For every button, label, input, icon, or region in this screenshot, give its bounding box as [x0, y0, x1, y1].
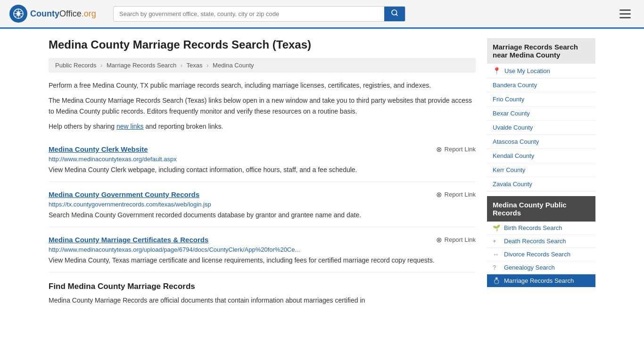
result-url-2[interactable]: https://tx.countygovernmentrecords.com/t… [49, 201, 476, 208]
sidebar-county-item: Bexar County [487, 107, 595, 121]
sidebar-county-item: Atascosa County [487, 135, 595, 149]
result-url-3[interactable]: http://www.medinacountytexas.org/upload/… [49, 246, 476, 253]
section-heading: Find Medina County Marriage Records [49, 282, 476, 291]
sidebar-pr-item: ?Genealogy Search [487, 261, 595, 274]
site-header: CountyOffice.org [0, 0, 644, 29]
result-title-1[interactable]: Medina County Clerk Website [49, 145, 148, 153]
content-area: Medina County Marriage Records Search (T… [49, 38, 476, 310]
page-title: Medina County Marriage Records Search (T… [49, 38, 476, 51]
sidebar-use-location[interactable]: 📍 Use My Location [487, 64, 595, 78]
report-icon-3: ⊗ [436, 236, 442, 244]
use-my-location-link[interactable]: Use My Location [504, 67, 550, 74]
result-desc-1: View Medina County Clerk webpage, includ… [49, 165, 476, 175]
search-bar[interactable] [113, 6, 405, 22]
result-item-3: Medina County Marriage Certificates & Re… [49, 227, 476, 272]
sidebar-public-records-title: Medina County Public Records [493, 201, 567, 217]
sidebar-county-item: Kerr County [487, 163, 595, 177]
breadcrumb-current: Medina County [213, 62, 254, 69]
report-icon-2: ⊗ [436, 190, 442, 199]
report-link-3[interactable]: ⊗ Report Link [436, 236, 476, 244]
sidebar-county-item: Zavala County [487, 177, 595, 191]
sidebar-pr-item: 🌱Birth Records Search [487, 222, 595, 235]
sidebar-county-item: Frio County [487, 92, 595, 107]
sidebar-county-link[interactable]: Kerr County [493, 166, 525, 173]
search-input[interactable] [114, 7, 384, 21]
sidebar-county-link[interactable]: Frio County [493, 96, 524, 103]
result-desc-2: Search Medina County Government recorded… [49, 210, 476, 220]
pr-link[interactable]: Birth Records Search [504, 224, 562, 231]
pr-icon: + [493, 238, 500, 245]
report-link-2[interactable]: ⊗ Report Link [436, 190, 476, 199]
logo[interactable]: CountyOffice.org [9, 5, 104, 23]
pr-link[interactable]: Marriage Records Search [504, 277, 574, 284]
result-title-3[interactable]: Medina County Marriage Certificates & Re… [49, 236, 208, 244]
pr-icon: ↔ [493, 251, 500, 258]
description-3: Help others by sharing new links and rep… [49, 121, 476, 132]
sidebar: Marriage Records Search near Medina Coun… [487, 38, 595, 310]
sidebar-pr-item: 💍Marriage Records Search [487, 274, 595, 288]
sidebar-pr-item: ↔Divorce Records Search [487, 248, 595, 261]
logo-icon [9, 5, 27, 23]
pr-icon: 🌱 [493, 224, 500, 231]
sidebar-county-item: Bandera County [487, 78, 595, 92]
pr-link[interactable]: Genealogy Search [504, 264, 555, 271]
breadcrumb-public-records[interactable]: Public Records [55, 62, 96, 69]
sidebar-pr-item: +Death Records Search [487, 235, 595, 248]
sidebar-county-link[interactable]: Zavala County [493, 181, 532, 188]
report-icon-1: ⊗ [436, 145, 442, 154]
sidebar-county-link[interactable]: Atascosa County [493, 138, 539, 145]
description-1: Perform a free Medina County, TX public … [49, 80, 476, 90]
pr-link[interactable]: Death Records Search [504, 238, 566, 245]
sidebar-county-link[interactable]: Bandera County [493, 82, 537, 89]
menu-icon[interactable] [616, 6, 635, 22]
pr-link[interactable]: Divorce Records Search [504, 251, 570, 258]
pr-icon: ? [493, 264, 500, 271]
report-link-1[interactable]: ⊗ Report Link [436, 145, 476, 154]
result-item-1: Medina County Clerk Website ⊗ Report Lin… [49, 137, 476, 182]
sidebar-county-item: Uvalde County [487, 121, 595, 135]
result-url-1[interactable]: http://www.medinacountytexas.org/default… [49, 156, 476, 163]
sidebar-nearby-section: Marriage Records Search near Medina Coun… [487, 38, 595, 191]
breadcrumb-texas[interactable]: Texas [187, 62, 203, 69]
sidebar-county-item: Kendall County [487, 149, 595, 163]
breadcrumb: Public Records › Marriage Records Search… [49, 58, 476, 73]
breadcrumb-marriage-records[interactable]: Marriage Records Search [107, 62, 176, 69]
sidebar-county-link[interactable]: Bexar County [493, 110, 530, 117]
section-desc: Medina County Marriage Records are offic… [49, 295, 476, 305]
pr-icon: 💍 [493, 277, 500, 284]
result-item-2: Medina County Government County Records … [49, 182, 476, 227]
logo-text: CountyOffice.org [30, 9, 96, 19]
search-button[interactable] [384, 7, 405, 21]
main-container: Medina County Marriage Records Search (T… [39, 29, 605, 320]
result-desc-3: View Medina County, Texas marriage certi… [49, 255, 476, 265]
description-2: The Medina County Marriage Records Searc… [49, 95, 476, 116]
result-title-2[interactable]: Medina County Government County Records [49, 190, 199, 198]
sidebar-nearby-title: Marriage Records Search near Medina Coun… [487, 38, 595, 64]
sidebar-public-records-section: Medina County Public Records 🌱Birth Reco… [487, 196, 595, 288]
sidebar-county-link[interactable]: Kendall County [493, 152, 534, 159]
location-icon: 📍 [493, 67, 501, 74]
nearby-counties-list: Bandera CountyFrio CountyBexar CountyUva… [487, 78, 595, 191]
new-links-link[interactable]: new links [116, 123, 144, 130]
public-records-list: 🌱Birth Records Search+Death Records Sear… [487, 222, 595, 288]
sidebar-county-link[interactable]: Uvalde County [493, 124, 533, 131]
